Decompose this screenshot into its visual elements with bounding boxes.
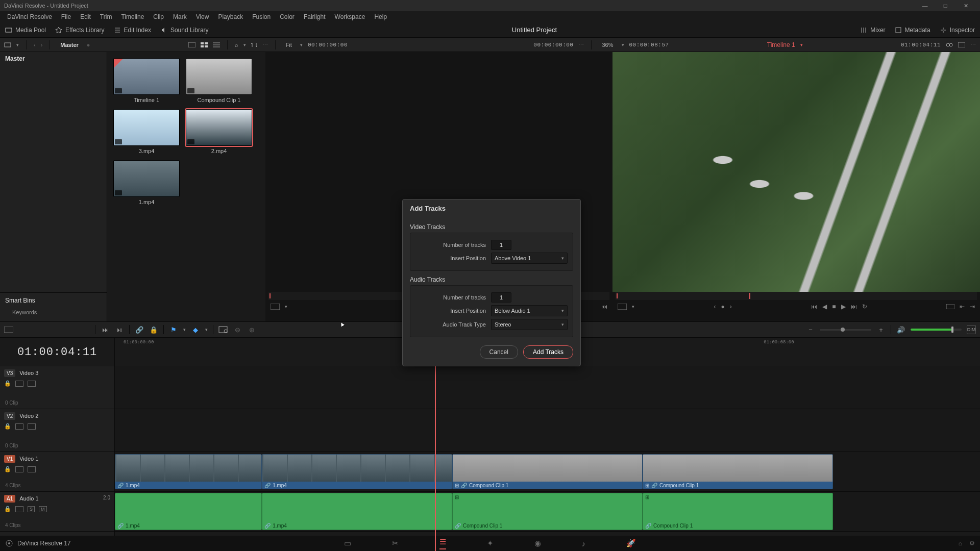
program-viewer[interactable]: ▾ ‹ ● › ⏮ ◀ ■ ▶ ⏭ ↻ ⇤ ⇥ [612,52,980,321]
audio-clip[interactable]: ⊞🔗Compound Clip 1 [643,493,833,530]
audio-clip[interactable]: ⊞🔗Compound Clip 1 [452,493,643,530]
prog-mark-icon[interactable]: ● [721,303,725,310]
cancel-button[interactable]: Cancel [480,345,518,359]
clip-timeline-1[interactable]: Timeline 1 [113,58,180,103]
more-icon[interactable]: ⋯ [262,41,268,48]
zoom-chevron-icon[interactable]: ▾ [622,42,624,47]
auto-select-icon[interactable] [15,381,23,387]
zoom-out-icon[interactable]: ⊖ [233,325,242,334]
timeline-selector[interactable]: Timeline 1 [767,41,795,48]
bypass-icon[interactable] [946,42,953,48]
tl-view-opts-icon[interactable] [4,325,13,334]
page-fairlight-icon[interactable]: ♪ [582,539,586,548]
lock-track-icon[interactable]: 🔒 [4,423,11,430]
audio-clip[interactable]: 🔗1.mp4 [115,493,262,530]
page-media-icon[interactable]: ▭ [344,539,351,548]
video-clip[interactable]: ⊞🔗Compound Clip 1 [452,454,643,489]
bin-root[interactable]: Master [0,52,107,65]
timeline-timecode[interactable]: 01:00:04:11 [17,346,97,359]
video-clip[interactable]: 🔗1.mp4 [262,454,452,489]
ws-metadata[interactable]: Metadata [895,27,930,34]
prog-loop-icon[interactable]: ↻ [862,303,867,310]
menu-help[interactable]: Help [370,12,391,21]
ws-sound-library[interactable]: Sound Library [160,27,209,34]
flag-icon[interactable]: ⚑ [169,325,178,334]
video-pos-dropdown[interactable]: Above Video 1 [491,253,568,264]
timeline-chevron-icon[interactable]: ▾ [800,42,803,47]
viewer-more-icon[interactable]: ⋯ [970,41,976,48]
track-enable-icon[interactable] [28,466,36,472]
menu-file[interactable]: File [57,12,75,21]
menu-edit[interactable]: Edit [76,12,95,21]
strip-view-icon[interactable] [188,42,195,47]
fit-chevron-icon[interactable]: ▾ [300,42,303,47]
prog-prev-mark-icon[interactable]: ‹ [714,303,716,310]
track-enable-icon[interactable] [28,423,36,430]
list-view-icon[interactable] [213,42,220,47]
ws-mixer[interactable]: Mixer [860,27,885,34]
speaker-icon[interactable]: 🔊 [896,325,905,334]
track-header-v3[interactable]: V3Video 3 🔒 0 Clip [0,366,114,409]
settings-icon[interactable]: ⚙ [969,540,975,547]
bin-view-icon[interactable] [4,41,11,48]
zoom-in-icon[interactable]: ⊕ [247,325,256,334]
ws-inspector[interactable]: Inspector [940,27,975,34]
track-header-v1[interactable]: V1Video 1 🔒 4 Clips [0,452,114,492]
lock-icon[interactable]: 🔒 [149,325,158,334]
single-viewer-icon[interactable] [958,42,965,47]
marker-icon[interactable]: ◆ [191,325,200,334]
source-timecode[interactable]: 00:00:00:00 [308,42,348,48]
src-mode-chevron-icon[interactable]: ▾ [285,304,287,309]
page-deliver-icon[interactable]: 🚀 [626,539,636,548]
zoom-dropdown[interactable]: 36% [599,41,616,49]
clip-2mp4[interactable]: 2.mp4 [186,109,252,154]
audio-clip[interactable]: 🔗1.mp4 [262,493,452,530]
prog-match-icon[interactable] [946,304,954,309]
tl-end-icon[interactable]: ⏯ [115,325,124,334]
ws-edit-index[interactable]: Edit Index [114,27,151,34]
prog-mode-icon[interactable] [618,304,627,310]
lock-track-icon[interactable]: 🔒 [4,466,11,472]
ws-effects-library[interactable]: Effects Library [55,27,104,34]
audio-pos-dropdown[interactable]: Below Audio 1 [491,305,568,316]
home-icon[interactable]: ⌂ [959,540,962,547]
track-header-v2[interactable]: V2Video 2 🔒 0 Clip [0,409,114,452]
auto-select-icon[interactable] [15,423,23,430]
menu-playback[interactable]: Playback [214,12,247,21]
quick-export-icon[interactable] [218,325,228,334]
clip-1mp4[interactable]: 1.mp4 [113,160,180,205]
page-cut-icon[interactable]: ✂ [392,539,399,548]
add-tracks-button[interactable]: Add Tracks [523,345,573,359]
lane-a1[interactable]: 🔗1.mp4 🔗1.mp4 ⊞🔗Compound Clip 1 ⊞🔗Compou… [115,492,980,532]
prog-first-icon[interactable]: ⏮ [811,303,817,310]
record-timecode[interactable]: 01:00:04:11 [901,42,941,48]
tl-zoom-slider[interactable] [820,329,871,331]
page-color-icon[interactable]: ◉ [534,539,541,548]
nav-back-icon[interactable]: ‹ [34,42,36,48]
link-icon[interactable]: 🔗 [135,325,144,334]
prog-out-icon[interactable]: ⇥ [970,303,975,310]
menu-timeline[interactable]: Timeline [117,12,148,21]
smart-bin-keywords[interactable]: Keywords [5,307,102,317]
video-clip[interactable]: ⊞🔗Compound Clip 1 [643,454,833,489]
prog-next-mark-icon[interactable]: › [730,303,732,310]
audio-type-dropdown[interactable]: Stereo [491,319,568,330]
grid-view-icon[interactable] [201,42,208,47]
bin-label[interactable]: Master [57,41,81,49]
page-edit-icon[interactable]: ☰ [439,537,446,549]
window-min-icon[interactable]: — [915,3,935,9]
audio-num-input[interactable] [491,292,511,303]
tl-zoom-in-icon[interactable]: + [876,325,886,334]
program-jog-bar[interactable] [616,292,977,300]
ws-media-pool[interactable]: Media Pool [5,27,46,34]
mute-button[interactable]: M [39,506,47,512]
window-max-icon[interactable]: □ [935,3,955,9]
nav-fwd-icon[interactable]: › [41,42,43,48]
video-clip[interactable]: 🔗1.mp4 [115,454,262,489]
prog-stop-icon[interactable]: ■ [832,303,836,310]
fit-dropdown[interactable]: Fit [283,41,295,49]
prog-mode-chevron-icon[interactable]: ▾ [632,304,634,309]
volume-slider[interactable] [911,329,962,331]
prog-play-icon[interactable]: ▶ [841,303,846,310]
clip-3mp4[interactable]: 3.mp4 [113,109,180,154]
